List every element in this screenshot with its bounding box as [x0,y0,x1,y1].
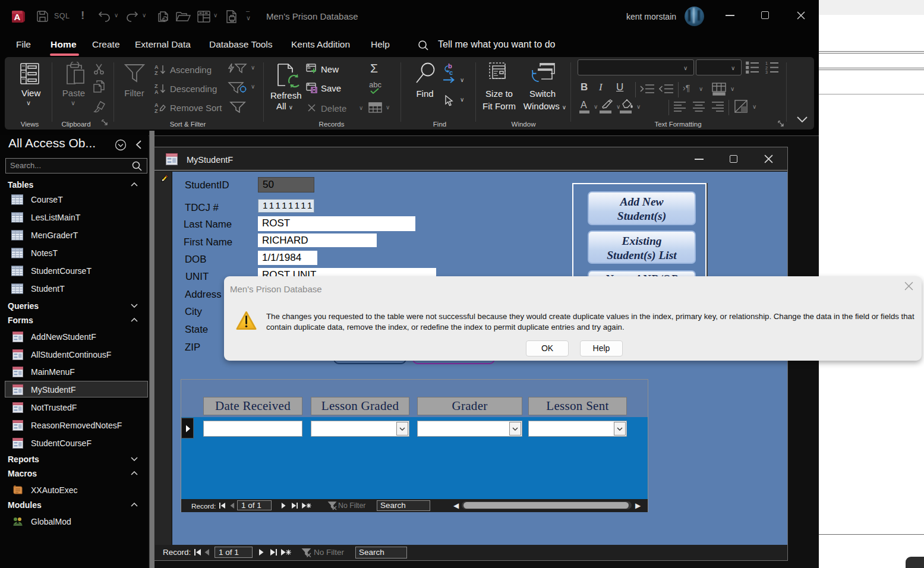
svg-text:Z: Z [154,70,158,75]
svg-text:3: 3 [765,70,768,74]
svg-text:A: A [154,102,159,108]
svg-text:Z: Z [154,83,158,89]
svg-text:2: 2 [765,66,768,70]
svg-text:Z: Z [154,108,158,113]
svg-text:A: A [154,64,159,70]
svg-text:A: A [154,89,159,94]
svg-text:A: A [14,12,21,22]
svg-text:1: 1 [765,61,768,65]
svg-text:c: c [449,69,453,75]
